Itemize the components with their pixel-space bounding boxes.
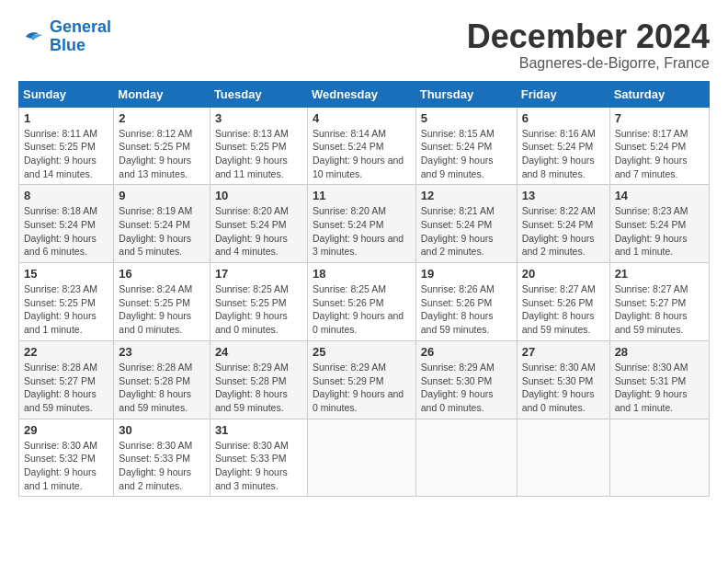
calendar-week-5: 29Sunrise: 8:30 AMSunset: 5:32 PMDayligh… [19, 419, 710, 497]
day-info: Sunrise: 8:16 AMSunset: 5:24 PMDaylight:… [522, 127, 605, 181]
calendar-cell: 4Sunrise: 8:14 AMSunset: 5:24 PMDaylight… [307, 107, 415, 185]
day-info: Sunrise: 8:30 AMSunset: 5:33 PMDaylight:… [215, 439, 302, 493]
calendar-cell: 25Sunrise: 8:29 AMSunset: 5:29 PMDayligh… [307, 340, 415, 419]
calendar-cell: 27Sunrise: 8:30 AMSunset: 5:30 PMDayligh… [517, 340, 609, 419]
calendar-cell: 8Sunrise: 8:18 AMSunset: 5:24 PMDaylight… [19, 185, 114, 263]
day-number: 2 [119, 111, 205, 125]
col-header-monday: Monday [114, 81, 210, 107]
day-info: Sunrise: 8:27 AMSunset: 5:27 PMDaylight:… [615, 282, 704, 337]
day-info: Sunrise: 8:27 AMSunset: 5:26 PMDaylight:… [522, 282, 605, 337]
calendar-cell: 10Sunrise: 8:20 AMSunset: 5:24 PMDayligh… [210, 185, 307, 263]
calendar-cell [609, 419, 709, 497]
day-info: Sunrise: 8:14 AMSunset: 5:24 PMDaylight:… [313, 127, 411, 181]
day-info: Sunrise: 8:17 AMSunset: 5:24 PMDaylight:… [615, 127, 704, 181]
day-number: 27 [522, 345, 605, 359]
calendar-header-row: SundayMondayTuesdayWednesdayThursdayFrid… [19, 81, 710, 107]
calendar-cell: 28Sunrise: 8:30 AMSunset: 5:31 PMDayligh… [609, 340, 709, 419]
calendar-cell: 12Sunrise: 8:21 AMSunset: 5:24 PMDayligh… [415, 185, 517, 263]
calendar-cell: 16Sunrise: 8:24 AMSunset: 5:25 PMDayligh… [114, 263, 210, 341]
day-number: 6 [522, 111, 605, 125]
day-info: Sunrise: 8:25 AMSunset: 5:25 PMDaylight:… [215, 282, 302, 337]
day-number: 7 [615, 111, 704, 125]
day-info: Sunrise: 8:24 AMSunset: 5:25 PMDaylight:… [119, 282, 205, 337]
calendar-body: 1Sunrise: 8:11 AMSunset: 5:25 PMDaylight… [19, 107, 710, 497]
calendar-cell [517, 419, 609, 497]
day-number: 19 [421, 267, 512, 281]
calendar-cell: 18Sunrise: 8:25 AMSunset: 5:26 PMDayligh… [307, 263, 415, 341]
col-header-sunday: Sunday [19, 81, 114, 107]
day-number: 14 [615, 189, 704, 202]
col-header-thursday: Thursday [415, 81, 517, 107]
calendar-week-2: 8Sunrise: 8:18 AMSunset: 5:24 PMDaylight… [19, 185, 710, 263]
day-number: 30 [119, 423, 205, 437]
logo-icon [18, 26, 46, 48]
day-number: 24 [215, 345, 302, 359]
day-info: Sunrise: 8:30 AMSunset: 5:33 PMDaylight:… [119, 439, 205, 493]
day-info: Sunrise: 8:30 AMSunset: 5:30 PMDaylight:… [522, 361, 605, 415]
calendar-cell: 9Sunrise: 8:19 AMSunset: 5:24 PMDaylight… [114, 185, 210, 263]
day-number: 8 [24, 189, 108, 202]
day-info: Sunrise: 8:19 AMSunset: 5:24 PMDaylight:… [119, 204, 205, 259]
day-number: 25 [313, 345, 411, 359]
title-area: December 2024 Bagneres-de-Bigorre, Franc… [467, 18, 710, 72]
calendar-table: SundayMondayTuesdayWednesdayThursdayFrid… [18, 81, 710, 498]
calendar-cell: 2Sunrise: 8:12 AMSunset: 5:25 PMDaylight… [114, 107, 210, 185]
day-info: Sunrise: 8:11 AMSunset: 5:25 PMDaylight:… [24, 127, 108, 181]
calendar-cell: 14Sunrise: 8:23 AMSunset: 5:24 PMDayligh… [609, 185, 709, 263]
calendar-cell: 1Sunrise: 8:11 AMSunset: 5:25 PMDaylight… [19, 107, 114, 185]
day-info: Sunrise: 8:28 AMSunset: 5:27 PMDaylight:… [24, 361, 108, 415]
calendar-cell: 21Sunrise: 8:27 AMSunset: 5:27 PMDayligh… [609, 263, 709, 341]
day-info: Sunrise: 8:20 AMSunset: 5:24 PMDaylight:… [215, 204, 302, 259]
calendar-cell: 19Sunrise: 8:26 AMSunset: 5:26 PMDayligh… [415, 263, 517, 341]
calendar-week-1: 1Sunrise: 8:11 AMSunset: 5:25 PMDaylight… [19, 107, 710, 185]
day-number: 26 [421, 345, 512, 359]
day-number: 28 [615, 345, 704, 359]
day-number: 17 [215, 267, 302, 281]
day-info: Sunrise: 8:30 AMSunset: 5:32 PMDaylight:… [24, 439, 108, 493]
day-number: 18 [313, 267, 411, 281]
day-number: 13 [522, 189, 605, 202]
calendar-cell: 5Sunrise: 8:15 AMSunset: 5:24 PMDaylight… [415, 107, 517, 185]
day-number: 10 [215, 189, 302, 202]
logo: General Blue [18, 18, 111, 55]
calendar-cell: 17Sunrise: 8:25 AMSunset: 5:25 PMDayligh… [210, 263, 307, 341]
day-info: Sunrise: 8:22 AMSunset: 5:24 PMDaylight:… [522, 204, 605, 259]
calendar-cell: 13Sunrise: 8:22 AMSunset: 5:24 PMDayligh… [517, 185, 609, 263]
day-info: Sunrise: 8:20 AMSunset: 5:24 PMDaylight:… [313, 204, 411, 259]
location-title: Bagneres-de-Bigorre, France [467, 55, 710, 72]
day-info: Sunrise: 8:23 AMSunset: 5:25 PMDaylight:… [24, 282, 108, 337]
day-number: 12 [421, 189, 512, 202]
col-header-wednesday: Wednesday [307, 81, 415, 107]
day-number: 29 [24, 423, 108, 437]
calendar-cell: 20Sunrise: 8:27 AMSunset: 5:26 PMDayligh… [517, 263, 609, 341]
col-header-friday: Friday [517, 81, 609, 107]
day-number: 21 [615, 267, 704, 281]
calendar-cell: 6Sunrise: 8:16 AMSunset: 5:24 PMDaylight… [517, 107, 609, 185]
col-header-tuesday: Tuesday [210, 81, 307, 107]
calendar-cell: 31Sunrise: 8:30 AMSunset: 5:33 PMDayligh… [210, 419, 307, 497]
day-info: Sunrise: 8:30 AMSunset: 5:31 PMDaylight:… [615, 361, 704, 415]
day-info: Sunrise: 8:13 AMSunset: 5:25 PMDaylight:… [215, 127, 302, 181]
page-header: General Blue December 2024 Bagneres-de-B… [18, 18, 710, 72]
calendar-cell: 22Sunrise: 8:28 AMSunset: 5:27 PMDayligh… [19, 340, 114, 419]
day-info: Sunrise: 8:12 AMSunset: 5:25 PMDaylight:… [119, 127, 205, 181]
day-number: 5 [421, 111, 512, 125]
col-header-saturday: Saturday [609, 81, 709, 107]
calendar-week-3: 15Sunrise: 8:23 AMSunset: 5:25 PMDayligh… [19, 263, 710, 341]
day-number: 1 [24, 111, 108, 125]
calendar-week-4: 22Sunrise: 8:28 AMSunset: 5:27 PMDayligh… [19, 340, 710, 419]
logo-text: General Blue [50, 18, 111, 55]
day-info: Sunrise: 8:15 AMSunset: 5:24 PMDaylight:… [421, 127, 512, 181]
month-title: December 2024 [467, 18, 710, 55]
calendar-cell: 3Sunrise: 8:13 AMSunset: 5:25 PMDaylight… [210, 107, 307, 185]
calendar-cell: 23Sunrise: 8:28 AMSunset: 5:28 PMDayligh… [114, 340, 210, 419]
day-info: Sunrise: 8:29 AMSunset: 5:30 PMDaylight:… [421, 361, 512, 415]
day-number: 23 [119, 345, 205, 359]
day-number: 20 [522, 267, 605, 281]
day-number: 16 [119, 267, 205, 281]
day-info: Sunrise: 8:29 AMSunset: 5:28 PMDaylight:… [215, 361, 302, 415]
day-number: 11 [313, 189, 411, 202]
calendar-cell: 26Sunrise: 8:29 AMSunset: 5:30 PMDayligh… [415, 340, 517, 419]
calendar-cell: 11Sunrise: 8:20 AMSunset: 5:24 PMDayligh… [307, 185, 415, 263]
calendar-cell: 30Sunrise: 8:30 AMSunset: 5:33 PMDayligh… [114, 419, 210, 497]
